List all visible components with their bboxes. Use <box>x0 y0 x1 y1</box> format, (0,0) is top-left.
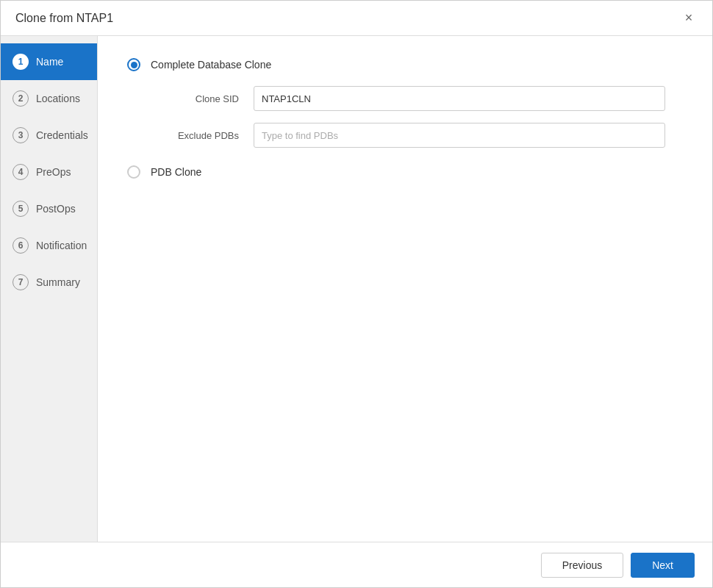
sidebar-item-preops[interactable]: 4 PreOps <box>1 154 97 190</box>
sidebar-label-preops: PreOps <box>36 166 71 178</box>
step-number-1: 1 <box>12 54 29 70</box>
sidebar-label-postops: PostOps <box>36 203 76 215</box>
sidebar-label-summary: Summary <box>36 276 80 288</box>
exclude-pdbs-row: Exclude PDBs <box>151 123 683 148</box>
sidebar-item-locations[interactable]: 2 Locations <box>1 80 97 117</box>
sidebar-item-notification[interactable]: 6 Notification <box>1 227 97 264</box>
exclude-pdbs-input[interactable] <box>254 123 665 148</box>
exclude-pdbs-label: Exclude PDBs <box>151 130 239 141</box>
step-number-6: 6 <box>12 237 29 254</box>
sidebar-item-name[interactable]: 1 Name <box>1 43 97 80</box>
complete-db-clone-option[interactable]: Complete Database Clone <box>127 58 683 71</box>
sidebar-label-locations: Locations <box>36 93 80 104</box>
complete-db-clone-label: Complete Database Clone <box>151 59 271 71</box>
sidebar-item-summary[interactable]: 7 Summary <box>1 264 97 301</box>
main-content: Complete Database Clone Clone SID Exclud… <box>98 36 712 542</box>
dialog-footer: Previous Next <box>1 542 712 587</box>
clone-sid-label: Clone SID <box>151 93 239 104</box>
dialog-title: Clone from NTAP1 <box>15 12 113 25</box>
sidebar-item-postops[interactable]: 5 PostOps <box>1 190 97 227</box>
pdb-clone-label: PDB Clone <box>151 166 201 178</box>
sidebar-label-notification: Notification <box>36 240 87 251</box>
sidebar: 1 Name 2 Locations 3 Credentials 4 PreOp… <box>1 36 98 542</box>
step-number-4: 4 <box>12 164 29 180</box>
close-button[interactable]: × <box>680 10 698 27</box>
step-number-3: 3 <box>12 127 29 143</box>
complete-db-clone-form: Clone SID Exclude PDBs <box>151 86 683 148</box>
sidebar-item-credentials[interactable]: 3 Credentials <box>1 117 97 154</box>
dialog-body: 1 Name 2 Locations 3 Credentials 4 PreOp… <box>1 36 712 542</box>
clone-dialog: Clone from NTAP1 × 1 Name 2 Locations 3 … <box>0 0 713 588</box>
sidebar-label-name: Name <box>36 56 63 68</box>
dialog-header: Clone from NTAP1 × <box>1 1 712 36</box>
step-number-5: 5 <box>12 201 29 217</box>
complete-db-clone-radio[interactable] <box>127 58 140 71</box>
next-button[interactable]: Next <box>631 553 695 578</box>
step-number-2: 2 <box>12 90 29 107</box>
clone-sid-row: Clone SID <box>151 86 683 111</box>
clone-sid-input[interactable] <box>254 86 665 111</box>
previous-button[interactable]: Previous <box>541 553 623 578</box>
pdb-clone-radio[interactable] <box>127 165 140 179</box>
pdb-clone-option[interactable]: PDB Clone <box>127 165 683 179</box>
step-number-7: 7 <box>12 274 29 290</box>
sidebar-label-credentials: Credentials <box>36 129 88 141</box>
